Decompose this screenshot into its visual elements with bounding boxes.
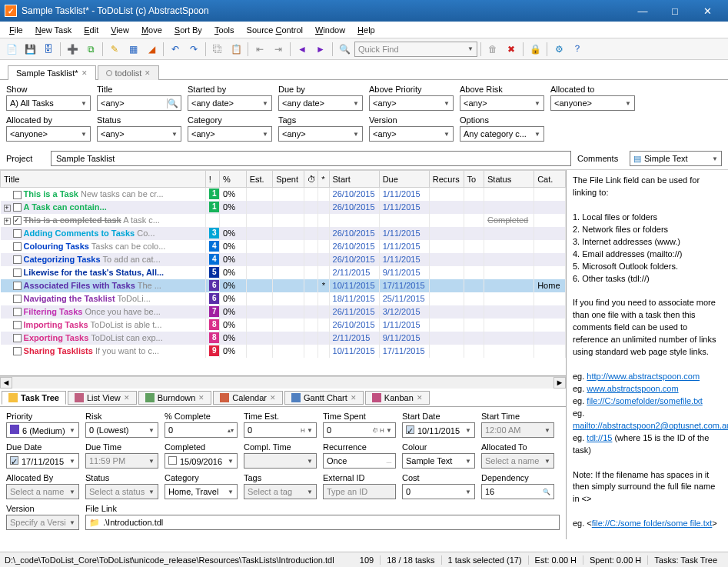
column-header[interactable]: ! [205, 171, 219, 188]
close-icon[interactable]: ✕ [145, 69, 151, 77]
dependency-input[interactable]: 16🔍 [481, 484, 554, 499]
expand-icon[interactable]: + [4, 205, 11, 212]
column-header[interactable]: Start [329, 171, 379, 188]
task-row[interactable]: This is a Task New tasks can be cr...10%… [1, 188, 566, 201]
comments-link[interactable]: file://C:/some folder/some file.txt [592, 519, 713, 528]
task-row[interactable]: Navigating the Tasklist ToDoLi...60%18/1… [1, 292, 566, 305]
copy-icon[interactable]: ⿻ [209, 41, 226, 58]
allocby-input[interactable]: Select a name▼ [6, 484, 79, 499]
completed-input[interactable]: 15/09/2016▼ [165, 453, 238, 469]
filter-title-combo[interactable]: <any>🔍 [97, 95, 181, 111]
task-checkbox[interactable] [13, 282, 22, 290]
colour-input[interactable]: Sample Text▼ [402, 453, 475, 469]
undo-icon[interactable]: ↶ [167, 41, 184, 58]
clear-icon[interactable]: ◢ [143, 41, 160, 58]
task-row[interactable]: Adding Comments to Tasks Co...30%26/10/2… [1, 227, 566, 240]
filter-dueby-combo[interactable]: <any date>▼ [278, 95, 363, 111]
filter-allocto-combo[interactable]: <anyone>▼ [550, 95, 635, 111]
help-icon[interactable]: ？ [569, 41, 586, 58]
filter-startedby-combo[interactable]: <any date>▼ [188, 95, 272, 111]
menu-sort-by[interactable]: Sort By [168, 24, 208, 36]
cost-input[interactable]: 0▼ [402, 484, 475, 499]
filter-aboverisk-combo[interactable]: <any>▼ [460, 95, 544, 111]
tab-kanban[interactable]: Kanban✕ [365, 391, 430, 405]
filter-options-combo[interactable]: Any category c...▼ [460, 126, 544, 142]
save-icon[interactable]: 💾 [22, 41, 38, 58]
recurrence-input[interactable]: Once… [323, 453, 396, 469]
timeest-input[interactable]: 0H ▼ [244, 422, 317, 438]
risk-combo[interactable]: 0 (Lowest)▼ [85, 422, 158, 438]
menu-new-task[interactable]: New Task [29, 24, 78, 36]
project-input[interactable]: Sample Tasklist [51, 151, 571, 166]
task-checkbox[interactable] [13, 242, 22, 251]
allocto-input[interactable]: Select a name▼ [481, 453, 554, 469]
column-header[interactable]: Cat. [534, 171, 566, 188]
close-icon[interactable]: ✕ [81, 69, 88, 77]
filter-allocby-combo[interactable]: <anyone>▼ [6, 126, 91, 142]
column-header[interactable]: Recurs [429, 171, 464, 188]
comments-link[interactable]: file://C:/somefolder/somefile.txt [587, 396, 702, 405]
filter-category-combo[interactable]: <any>▼ [188, 126, 272, 142]
tab-task-tree[interactable]: Task Tree [2, 391, 66, 405]
pctcomplete-input[interactable]: 0▴▾ [165, 422, 238, 438]
task-checkbox[interactable] [13, 191, 22, 199]
comments-link[interactable]: www.abstractspoon.com [587, 384, 678, 393]
comments-link[interactable]: tdl://15 [587, 433, 612, 442]
column-header[interactable]: Status [484, 171, 534, 188]
menu-view[interactable]: View [105, 24, 135, 36]
startdate-input[interactable]: ✓10/11/2015▼ [402, 422, 475, 438]
find-icon[interactable]: 🔍 [336, 41, 353, 58]
menu-source-control[interactable]: Source Control [241, 24, 309, 36]
quick-find-input[interactable]: Quick Find ▼ [354, 42, 477, 57]
menu-tools[interactable]: Tools [208, 24, 241, 36]
comments-link[interactable]: mailto://abstractspoon2@optusnet.com.au [573, 421, 728, 430]
new-file-icon[interactable]: 📄 [3, 41, 20, 58]
timespent-input[interactable]: 0⏱ H ▼ [323, 422, 396, 438]
filter-version-combo[interactable]: <any>▼ [369, 126, 454, 142]
menu-file[interactable]: File [3, 24, 29, 36]
duetime-input[interactable]: 11:59 PM▼ [85, 453, 158, 469]
tab-gantt[interactable]: Gantt Chart✕ [284, 391, 364, 405]
task-row[interactable]: + A Task can contain...10%26/10/20151/11… [1, 201, 566, 214]
prev-icon[interactable]: ◄ [294, 41, 311, 58]
column-header[interactable]: Est. [246, 171, 273, 188]
comments-pane[interactable]: The File Link field can be used for link… [567, 170, 728, 539]
menu-move[interactable]: Move [135, 24, 168, 36]
file-tab-todolist[interactable]: todolist ✕ [98, 65, 160, 80]
settings-icon[interactable]: ⚙ [550, 41, 567, 58]
task-row[interactable]: Exporting Tasks ToDoList can exp...80%2/… [1, 332, 566, 345]
menu-edit[interactable]: Edit [78, 24, 105, 36]
task-checkbox[interactable] [13, 321, 22, 329]
properties-icon[interactable]: ▦ [125, 41, 141, 58]
save-all-icon[interactable]: 🗄 [40, 41, 57, 58]
category-input[interactable]: Home, Travel▼ [165, 484, 238, 499]
paste-icon[interactable]: 📋 [228, 41, 244, 58]
task-row[interactable]: Importing Tasks ToDoList is able t...80%… [1, 319, 566, 332]
task-row[interactable]: + This is a completed task A task c...Co… [1, 214, 566, 227]
compltime-input[interactable]: ▼ [244, 453, 317, 469]
menu-help[interactable]: Help [351, 24, 381, 36]
status-input[interactable]: Select a status▼ [85, 484, 158, 499]
task-checkbox[interactable] [13, 347, 22, 355]
version-input[interactable]: Specify a Versi▼ [6, 515, 79, 530]
task-row[interactable]: Likewise for the task's Status, All...50… [1, 266, 566, 279]
task-checkbox[interactable] [13, 203, 22, 212]
task-row[interactable]: Filtering Tasks Once you have be...70%26… [1, 305, 566, 319]
task-checkbox[interactable] [13, 295, 22, 303]
outdent-icon[interactable]: ⇤ [251, 41, 268, 58]
task-row[interactable]: Associated Files with Tasks The ...60%*1… [1, 279, 566, 292]
lock-icon[interactable]: 🔒 [527, 41, 544, 58]
filter-tags-combo[interactable]: <any>▼ [278, 126, 363, 142]
minimize-button[interactable]: — [627, 0, 659, 22]
task-checkbox[interactable] [13, 255, 22, 264]
column-header[interactable]: * [318, 171, 329, 188]
comments-link[interactable]: http://www.abstractspoon.com [587, 372, 700, 381]
duedate-input[interactable]: ✓17/11/2015▼ [6, 453, 79, 469]
filter-status-combo[interactable]: <any>▼ [97, 126, 181, 142]
delete-selected-icon[interactable]: 🗑 [484, 41, 501, 58]
new-subtask-icon[interactable]: ⧉ [82, 41, 99, 58]
redo-icon[interactable]: ↷ [185, 41, 202, 58]
column-header[interactable]: To [464, 171, 484, 188]
expand-icon[interactable]: + [4, 218, 11, 225]
task-checkbox[interactable] [13, 229, 22, 238]
